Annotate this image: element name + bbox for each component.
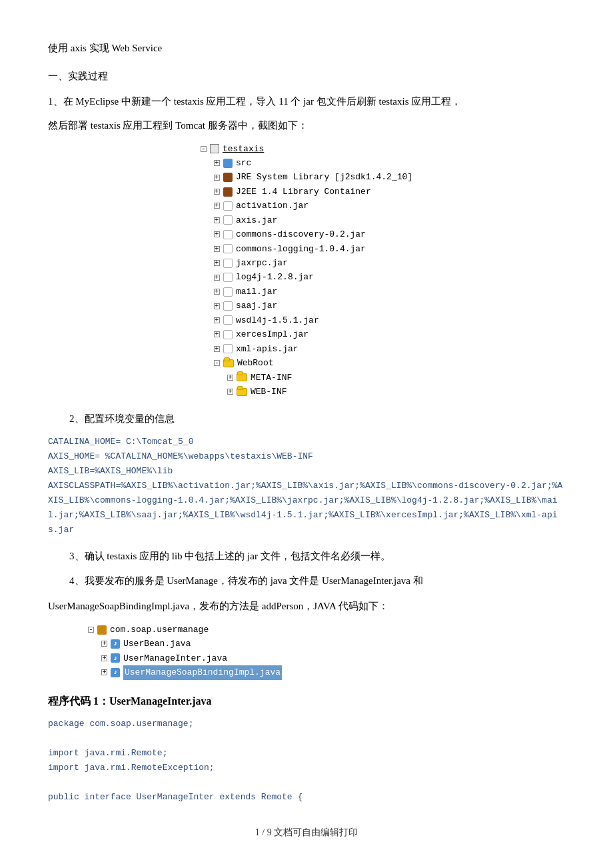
- saaj-icon: [223, 301, 233, 311]
- package-label: com.soap.usermanage: [110, 623, 209, 637]
- tree-item-src: + src: [201, 156, 412, 170]
- axis-label: axis.jar: [236, 213, 277, 227]
- jaxrpc-icon: [223, 259, 233, 268]
- expand-cd-icon[interactable]: +: [214, 231, 220, 237]
- userbean-java-icon: J: [111, 639, 120, 649]
- expand-root-icon[interactable]: -: [201, 146, 207, 152]
- usermanageinter-label: UserManageInter.java: [123, 651, 227, 665]
- expand-jaxrpc-icon[interactable]: +: [214, 260, 220, 266]
- tree2-package: - com.soap.usermanage: [88, 623, 282, 637]
- expand-mail-icon[interactable]: +: [214, 289, 220, 295]
- tree-item-webinf: + WEB-INF: [201, 385, 412, 399]
- commons-logging-label: commons-logging-1.0.4.jar: [236, 242, 366, 256]
- expand-umi-icon[interactable]: +: [101, 655, 107, 661]
- xerces-icon: [223, 330, 233, 339]
- tree-item-webroot: - WebRoot: [201, 356, 412, 370]
- metainf-icon: [237, 373, 247, 381]
- package-icon: [97, 625, 107, 635]
- j2ee-label: J2EE 1.4 Library Container: [236, 185, 371, 199]
- usermanagesoap-label: UserManageSoapBindingImpl.java: [123, 665, 282, 679]
- expand-activation-icon[interactable]: +: [214, 203, 220, 209]
- expand-userbean-icon[interactable]: +: [101, 641, 107, 647]
- expand-log4j-icon[interactable]: +: [214, 275, 220, 281]
- expand-j2ee-icon[interactable]: +: [214, 189, 220, 195]
- metainf-label: META-INF: [251, 371, 292, 385]
- project-tree: - testaxis + src + JRE System Library [j…: [201, 142, 412, 399]
- project-tree-container: - testaxis + src + JRE System Library [j…: [48, 142, 565, 399]
- expand-wsdl4j-icon[interactable]: +: [214, 317, 220, 323]
- tree-item-activation: + activation.jar: [201, 199, 412, 213]
- tree-item-j2ee: + J2EE 1.4 Library Container: [201, 185, 412, 199]
- java-tree: - com.soap.usermanage + J UserBean.java …: [88, 623, 282, 680]
- tree-item-xerces: + xercesImpl.jar: [201, 327, 412, 341]
- jre-icon: [223, 173, 233, 182]
- xerces-label: xercesImpl.jar: [236, 327, 308, 341]
- expand-xmlapis-icon[interactable]: +: [214, 346, 220, 352]
- jre-label: JRE System Library [j2sdk1.4.2_10]: [236, 170, 412, 184]
- webroot-label: WebRoot: [237, 356, 274, 370]
- tree-item-commons-logging: + commons-logging-1.0.4.jar: [201, 242, 412, 256]
- axis-icon: [223, 215, 233, 225]
- webroot-icon: [223, 359, 234, 367]
- prog-heading: 程序代码 1：UserManageInter.java: [48, 692, 565, 710]
- code2-line2: [48, 731, 565, 746]
- j2ee-icon: [223, 187, 233, 197]
- tree-root: - testaxis: [201, 142, 412, 156]
- mail-icon: [223, 287, 233, 297]
- expand-src-icon[interactable]: +: [214, 160, 220, 166]
- tree-item-saaj: + saaj.jar: [201, 299, 412, 313]
- log4j-icon: [223, 273, 233, 282]
- xmlapis-icon: [223, 344, 233, 353]
- tree-item-jaxrpc: + jaxrpc.jar: [201, 256, 412, 270]
- para3: 3、确认 testaxis 应用的 lib 中包括上述的 jar 文件，包括文件…: [69, 547, 565, 566]
- para4b: UserManageSoapBindingImpl.java，发布的方法是 ad…: [48, 597, 565, 616]
- env-code-block: CATALINA_HOME= C:\Tomcat_5_0 AXIS_HOME= …: [48, 435, 565, 538]
- expand-saaj-icon[interactable]: +: [214, 303, 220, 309]
- para1b: 然后部署 testaxis 应用工程到 Tomcat 服务器中，截图如下：: [48, 117, 565, 135]
- code2-line5: [48, 775, 565, 790]
- wsdl4j-label: wsdl4j-1.5.1.jar: [236, 313, 319, 327]
- section2-heading: 2、配置环境变量的信息: [69, 411, 565, 428]
- project-icon: [210, 144, 219, 153]
- code2-line6: public interface UserManageInter extends…: [48, 790, 565, 805]
- expand-webinf-icon[interactable]: +: [227, 389, 233, 395]
- expand-cl-icon[interactable]: +: [214, 246, 220, 252]
- code2-line3: import java.rmi.Remote;: [48, 746, 565, 761]
- tree-item-metainf: + META-INF: [201, 371, 412, 385]
- activation-icon: [223, 201, 233, 211]
- para1: 1、在 MyEclipse 中新建一个 testaxis 应用工程，导入 11 …: [48, 93, 565, 111]
- log4j-label: log4j-1.2.8.jar: [236, 270, 314, 284]
- commons-discovery-icon: [223, 230, 233, 239]
- expand-xerces-icon[interactable]: +: [214, 331, 220, 337]
- saaj-label: saaj.jar: [236, 299, 277, 313]
- expand-umsb-icon[interactable]: +: [101, 669, 107, 675]
- webinf-label: WEB-INF: [251, 385, 287, 399]
- tree2-usermanageinter: + J UserManageInter.java: [88, 651, 282, 665]
- code2-line1: package com.soap.usermanage;: [48, 717, 565, 731]
- tree2-userbean: + J UserBean.java: [88, 637, 282, 651]
- expand-axis-icon[interactable]: +: [214, 217, 220, 223]
- userbean-label: UserBean.java: [123, 637, 191, 651]
- tree-item-log4j: + log4j-1.2.8.jar: [201, 270, 412, 284]
- commons-logging-icon: [223, 244, 233, 253]
- code2-block: package com.soap.usermanage; import java…: [48, 717, 565, 805]
- commons-discovery-label: commons-discovery-0.2.jar: [236, 227, 366, 241]
- main-title: 使用 axis 实现 Web Service: [48, 40, 565, 57]
- expand-jre-icon[interactable]: +: [214, 175, 220, 181]
- para4: 4、我要发布的服务是 UserManage，待发布的 java 文件是 User…: [69, 572, 565, 591]
- expand-pkg-icon[interactable]: -: [88, 627, 94, 633]
- root-label: testaxis: [223, 142, 264, 156]
- jaxrpc-label: jaxrpc.jar: [236, 256, 288, 270]
- webinf-icon: [237, 388, 247, 396]
- tree-item-jre: + JRE System Library [j2sdk1.4.2_10]: [201, 170, 412, 184]
- src-label: src: [236, 156, 251, 170]
- usermanagesoap-java-icon: J: [111, 668, 120, 677]
- code2-line4: import java.rmi.RemoteException;: [48, 761, 565, 775]
- section1-heading: 一、实践过程: [48, 68, 565, 85]
- src-icon: [223, 159, 233, 168]
- activation-label: activation.jar: [236, 199, 308, 213]
- expand-metainf-icon[interactable]: +: [227, 375, 233, 381]
- xmlapis-label: xml-apis.jar: [236, 342, 299, 356]
- expand-webroot-icon[interactable]: -: [214, 360, 220, 366]
- tree-item-axis: + axis.jar: [201, 213, 412, 227]
